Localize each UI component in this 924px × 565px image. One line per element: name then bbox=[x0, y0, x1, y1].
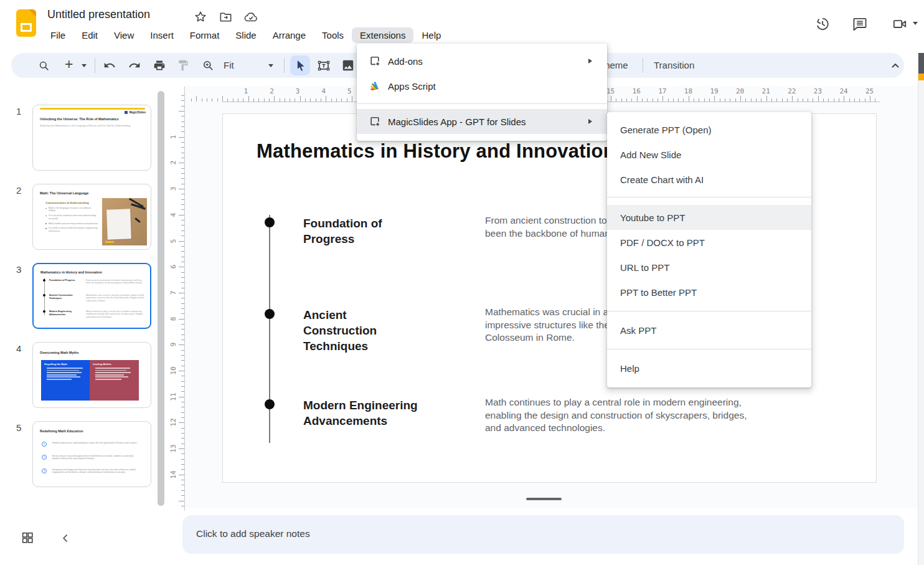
new-slide-caret-icon[interactable] bbox=[82, 64, 87, 67]
menu-item-magicslides[interactable]: MagicSlides App - GPT for Slides bbox=[357, 109, 607, 134]
submenu-arrow-icon bbox=[588, 119, 592, 124]
vertical-scrollbar[interactable] bbox=[918, 53, 924, 565]
scrollbar-thumb[interactable] bbox=[918, 53, 924, 74]
google-slides-window: Untitled presentation File Edit View Ins… bbox=[0, 0, 924, 565]
menubar: File Edit View Insert Format Slide Arran… bbox=[42, 26, 449, 44]
paint-format-button[interactable] bbox=[177, 59, 189, 72]
menu-item-apps-script[interactable]: Apps Script bbox=[357, 74, 607, 98]
slides-logo[interactable] bbox=[16, 9, 36, 37]
slide-thumbnail-4[interactable]: Overcoming Math Myths Dispelling the Myt… bbox=[32, 342, 151, 408]
zoom-button[interactable] bbox=[202, 59, 214, 72]
zoom-fit-caret-icon[interactable] bbox=[268, 64, 273, 67]
menu-tools[interactable]: Tools bbox=[314, 27, 352, 43]
hide-menus-button[interactable] bbox=[888, 58, 903, 73]
submenu-item-url-to-ppt[interactable]: URL to PPT bbox=[607, 255, 811, 280]
menu-edit[interactable]: Edit bbox=[73, 27, 106, 43]
magicslides-logo: MagicSlides bbox=[125, 111, 146, 114]
move-folder-icon[interactable] bbox=[219, 10, 233, 25]
magicslides-submenu: Generate PPT (Open) Add New Slide Create… bbox=[607, 112, 811, 387]
select-tool-button[interactable] bbox=[290, 55, 310, 75]
print-button[interactable] bbox=[153, 59, 166, 72]
scrollbar-marker bbox=[918, 74, 924, 80]
zoom-fit-select[interactable]: Fit bbox=[224, 60, 234, 70]
toolbar-divider bbox=[95, 58, 95, 73]
submenu-item-ask-ppt[interactable]: Ask PPT bbox=[607, 318, 811, 343]
slide-number: 4 bbox=[16, 343, 27, 354]
submenu-arrow-icon bbox=[588, 59, 592, 64]
insert-image-button[interactable] bbox=[341, 59, 355, 72]
slide-number: 1 bbox=[16, 106, 27, 116]
toolbar-divider bbox=[643, 58, 643, 73]
extensions-dropdown-menu: Add-ons Apps Script MagicSlides App - GP… bbox=[357, 44, 607, 141]
undo-button[interactable] bbox=[103, 59, 116, 72]
timeline-dot-icon bbox=[265, 399, 275, 409]
comments-button[interactable] bbox=[852, 16, 868, 32]
ruler-left: 1234567891011121314 bbox=[170, 111, 184, 508]
slide-thumbnail-2[interactable]: Math: The Universal Language Communicati… bbox=[32, 184, 151, 250]
menu-extensions[interactable]: Extensions bbox=[352, 27, 413, 43]
new-slide-button[interactable]: + bbox=[65, 56, 73, 73]
menu-view[interactable]: View bbox=[106, 27, 142, 43]
collapse-filmstrip-button[interactable] bbox=[59, 532, 73, 546]
menu-divider bbox=[357, 103, 607, 104]
addon-icon bbox=[369, 55, 381, 67]
document-title-input[interactable]: Untitled presentation bbox=[47, 8, 150, 21]
menu-item-add-ons[interactable]: Add-ons bbox=[357, 49, 607, 74]
transition-button[interactable]: Transition bbox=[654, 60, 694, 70]
slide-thumbnail-1[interactable]: MagicSlides Unlocking the Universe: The … bbox=[32, 105, 151, 171]
search-menus-button[interactable] bbox=[38, 60, 50, 72]
menu-file[interactable]: File bbox=[42, 27, 73, 43]
version-history-button[interactable] bbox=[814, 16, 830, 32]
slide-thumbnail-5[interactable]: Redefining Math Education 1 Emphasizing … bbox=[32, 421, 151, 487]
menu-slide[interactable]: Slide bbox=[227, 27, 264, 43]
filmstrip-divider bbox=[184, 87, 185, 511]
redo-button[interactable] bbox=[128, 59, 141, 72]
grid-view-button[interactable] bbox=[21, 531, 34, 544]
slide-title-text[interactable]: Mathematics in History and Innovation bbox=[257, 139, 615, 164]
submenu-item-create-chart[interactable]: Create Chart with AI bbox=[607, 167, 811, 192]
menu-help[interactable]: Help bbox=[413, 27, 449, 43]
text-box-tool-button[interactable] bbox=[316, 58, 331, 73]
menu-divider bbox=[607, 197, 811, 197]
menu-arrange[interactable]: Arrange bbox=[265, 27, 314, 43]
submenu-item-pdf-docx-to-ppt[interactable]: PDF / DOCX to PPT bbox=[607, 230, 811, 255]
slide-number: 5 bbox=[16, 422, 27, 433]
slide-number: 2 bbox=[16, 185, 27, 196]
timeline-dot-icon bbox=[265, 309, 275, 319]
notes-resize-handle[interactable] bbox=[526, 498, 562, 500]
apps-script-icon bbox=[369, 80, 381, 92]
desk-photo bbox=[102, 198, 147, 245]
meet-caret-icon[interactable] bbox=[913, 22, 918, 25]
speaker-notes-input[interactable]: Click to add speaker notes bbox=[182, 515, 904, 554]
mini-timeline-line bbox=[44, 278, 45, 315]
star-button[interactable] bbox=[194, 10, 209, 25]
menu-divider bbox=[607, 311, 811, 311]
slide-thumbnail-3-selected[interactable]: Mathematics in History and Innovation Fo… bbox=[32, 263, 151, 329]
submenu-item-add-new-slide[interactable]: Add New Slide bbox=[607, 142, 811, 167]
filmstrip-scrollbar[interactable] bbox=[158, 91, 164, 506]
submenu-item-help[interactable]: Help bbox=[607, 356, 811, 381]
accent-strip bbox=[40, 108, 145, 110]
timeline-dot-icon bbox=[265, 217, 275, 227]
addon-icon bbox=[369, 115, 381, 128]
meet-camera-button[interactable] bbox=[892, 16, 908, 32]
toolbar-divider bbox=[284, 58, 285, 73]
submenu-item-youtube-to-ppt[interactable]: Youtube to PPT bbox=[607, 205, 811, 230]
slide-number: 3 bbox=[16, 264, 27, 275]
menu-format[interactable]: Format bbox=[182, 27, 228, 43]
menu-divider bbox=[607, 349, 811, 349]
menu-insert[interactable]: Insert bbox=[142, 27, 182, 43]
submenu-item-generate-ppt[interactable]: Generate PPT (Open) bbox=[607, 117, 811, 142]
cloud-saved-icon[interactable] bbox=[243, 10, 258, 25]
submenu-item-ppt-to-better-ppt[interactable]: PPT to Better PPT bbox=[607, 280, 811, 305]
